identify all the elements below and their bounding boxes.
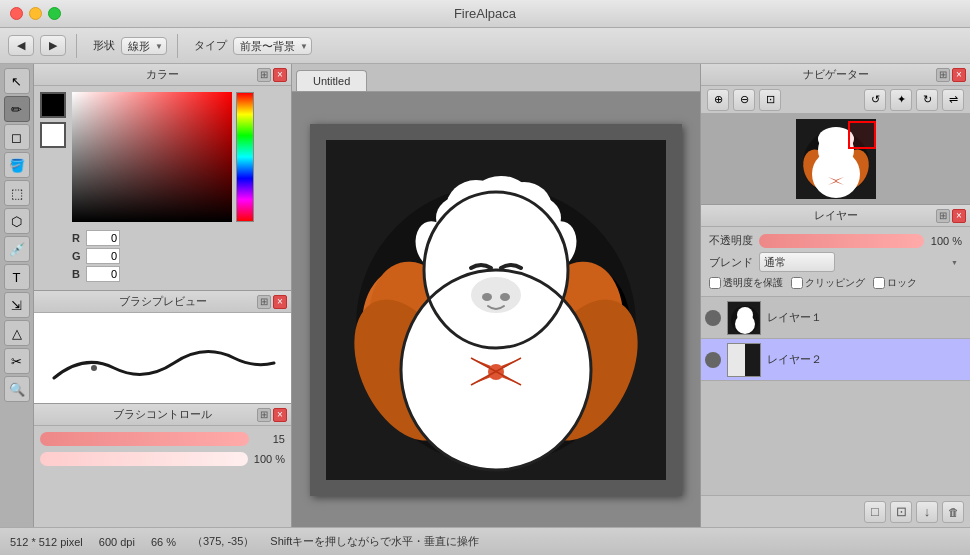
navigator-close[interactable]: × bbox=[952, 68, 966, 82]
clipping-check[interactable] bbox=[791, 277, 803, 289]
brush-opacity-slider[interactable] bbox=[40, 452, 248, 466]
foreground-color-swatch[interactable] bbox=[40, 92, 66, 118]
layer-item-2[interactable]: レイヤー２ bbox=[701, 339, 970, 381]
brush-preview-close[interactable]: × bbox=[273, 295, 287, 309]
tool-move[interactable]: ↖ bbox=[4, 68, 30, 94]
color-panel-settings[interactable]: ⊞ bbox=[257, 68, 271, 82]
clipping-item[interactable]: クリッピング bbox=[791, 276, 865, 290]
brush-size-slider[interactable] bbox=[40, 432, 249, 446]
tool-fill[interactable]: 🪣 bbox=[4, 152, 30, 178]
canvas-dimensions: 512 * 512 pixel bbox=[10, 536, 83, 548]
new-layer-button[interactable]: □ bbox=[864, 501, 886, 523]
brush-control-icons: ⊞ × bbox=[257, 408, 287, 422]
canvas-wrapper[interactable] bbox=[292, 92, 700, 527]
nav-mirror[interactable]: ⇌ bbox=[942, 89, 964, 111]
layers-checkboxes: 透明度を保護 クリッピング ロック bbox=[709, 276, 962, 290]
tool-zoom[interactable]: 🔍 bbox=[4, 376, 30, 402]
minimize-button[interactable] bbox=[29, 7, 42, 20]
tool-lasso[interactable]: ⬡ bbox=[4, 208, 30, 234]
nav-zoom-in[interactable]: ⊕ bbox=[707, 89, 729, 111]
cursor-position: （375, -35） bbox=[192, 534, 254, 549]
g-input[interactable] bbox=[86, 248, 120, 264]
transparency-protect-item[interactable]: 透明度を保護 bbox=[709, 276, 783, 290]
lock-check[interactable] bbox=[873, 277, 885, 289]
hue-slider[interactable] bbox=[236, 92, 254, 222]
canvas-dpi: 600 dpi bbox=[99, 536, 135, 548]
layers-panel-title: レイヤー bbox=[814, 208, 858, 223]
delete-layer-button[interactable]: 🗑 bbox=[942, 501, 964, 523]
blend-select-wrapper: 通常 乗算 スクリーン オーバーレイ bbox=[759, 252, 962, 272]
layers-close[interactable]: × bbox=[952, 209, 966, 223]
navigator-content[interactable] bbox=[701, 114, 970, 204]
tool-select[interactable]: ⬚ bbox=[4, 180, 30, 206]
close-button[interactable] bbox=[10, 7, 23, 20]
brush-control-settings[interactable]: ⊞ bbox=[257, 408, 271, 422]
canvas-frame bbox=[310, 124, 682, 496]
shape-label: 形状 bbox=[93, 38, 115, 53]
svg-point-20 bbox=[500, 293, 510, 301]
tools-sidebar: ↖ ✏ ◻ 🪣 ⬚ ⬡ 💉 T ⇲ △ ✂ 🔍 bbox=[0, 64, 34, 527]
nav-star[interactable]: ✦ bbox=[890, 89, 912, 111]
toolbar-divider bbox=[76, 34, 77, 58]
brush-size-value: 15 bbox=[255, 433, 285, 445]
layer-1-name: レイヤー１ bbox=[767, 310, 966, 325]
merge-layer-button[interactable]: ↓ bbox=[916, 501, 938, 523]
nav-rotate-left[interactable]: ↺ bbox=[864, 89, 886, 111]
r-label: R bbox=[72, 232, 82, 244]
background-color-swatch[interactable] bbox=[40, 122, 66, 148]
brush-preview-content bbox=[34, 313, 291, 403]
status-bar: 512 * 512 pixel 600 dpi 66 % （375, -35） … bbox=[0, 527, 970, 555]
tool-brush[interactable]: ✏ bbox=[4, 96, 30, 122]
brush-control-close[interactable]: × bbox=[273, 408, 287, 422]
layer-item-1[interactable]: レイヤー１ bbox=[701, 297, 970, 339]
tab-bar: Untitled bbox=[292, 64, 700, 92]
tool-shape[interactable]: △ bbox=[4, 320, 30, 346]
collapse-button[interactable]: ◀ bbox=[8, 35, 34, 56]
nav-fit[interactable]: ⊡ bbox=[759, 89, 781, 111]
transparency-protect-check[interactable] bbox=[709, 277, 721, 289]
expand-button[interactable]: ▶ bbox=[40, 35, 66, 56]
tool-crop[interactable]: ✂ bbox=[4, 348, 30, 374]
layers-settings[interactable]: ⊞ bbox=[936, 209, 950, 223]
canvas-tab[interactable]: Untitled bbox=[296, 70, 367, 91]
g-label: G bbox=[72, 250, 82, 262]
canvas-image bbox=[326, 140, 666, 480]
tool-text[interactable]: T bbox=[4, 264, 30, 290]
status-hint: Shiftキーを押しながらで水平・垂直に操作 bbox=[270, 534, 479, 549]
brush-control-content: 15 100 % bbox=[34, 426, 291, 478]
tool-eyedropper[interactable]: 💉 bbox=[4, 236, 30, 262]
brush-preview-settings[interactable]: ⊞ bbox=[257, 295, 271, 309]
layer-2-visibility[interactable] bbox=[705, 352, 721, 368]
gradient-picker[interactable] bbox=[72, 92, 232, 222]
color-panel-icons: ⊞ × bbox=[257, 68, 287, 82]
main-area: ↖ ✏ ◻ 🪣 ⬚ ⬡ 💉 T ⇲ △ ✂ 🔍 カラー ⊞ × bbox=[0, 64, 970, 527]
maximize-button[interactable] bbox=[48, 7, 61, 20]
navigator-header: ナビゲーター ⊞ × bbox=[701, 64, 970, 86]
svg-point-0 bbox=[91, 365, 97, 371]
lock-item[interactable]: ロック bbox=[873, 276, 917, 290]
svg-point-36 bbox=[737, 307, 753, 323]
b-row: B bbox=[72, 266, 285, 282]
shape-select[interactable]: 線形 円形 反射 bbox=[121, 37, 167, 55]
navigator-settings[interactable]: ⊞ bbox=[936, 68, 950, 82]
layer-1-visibility[interactable] bbox=[705, 310, 721, 326]
nav-rotate-right[interactable]: ↻ bbox=[916, 89, 938, 111]
r-input[interactable] bbox=[86, 230, 120, 246]
rgb-inputs: R G B bbox=[72, 230, 285, 284]
opacity-slider[interactable] bbox=[759, 234, 924, 248]
type-select[interactable]: 前景〜背景 前景〜透明 背景〜透明 bbox=[233, 37, 312, 55]
copy-layer-button[interactable]: ⊡ bbox=[890, 501, 912, 523]
tool-transform[interactable]: ⇲ bbox=[4, 292, 30, 318]
color-panel-close[interactable]: × bbox=[273, 68, 287, 82]
titlebar: FireAlpaca bbox=[0, 0, 970, 28]
b-input[interactable] bbox=[86, 266, 120, 282]
svg-point-18 bbox=[471, 277, 521, 313]
blend-select[interactable]: 通常 乗算 スクリーン オーバーレイ bbox=[759, 252, 835, 272]
brush-control-header: ブラシコントロール ⊞ × bbox=[34, 404, 291, 426]
tool-eraser[interactable]: ◻ bbox=[4, 124, 30, 150]
nav-zoom-out[interactable]: ⊖ bbox=[733, 89, 755, 111]
layers-list: レイヤー１ レイヤー２ bbox=[701, 297, 970, 495]
brush-control-panel: ブラシコントロール ⊞ × 15 100 % bbox=[34, 404, 291, 527]
brush-opacity-value: 100 % bbox=[254, 453, 285, 465]
shape-select-wrapper: 線形 円形 反射 bbox=[121, 37, 167, 55]
